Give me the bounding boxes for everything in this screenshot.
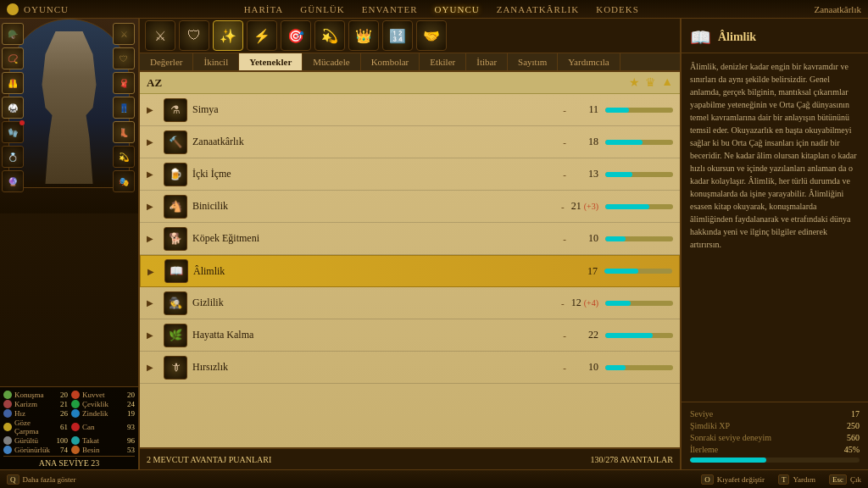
tab-icon-0[interactable]: ⚔	[145, 20, 175, 51]
detail-progress-bar	[690, 458, 860, 463]
eq-slot-legs[interactable]: 👖	[113, 97, 135, 119]
tab-icon-7[interactable]: 🔢	[382, 20, 413, 51]
skill-icon-simya: ⚗	[164, 98, 187, 122]
tab-mucadele[interactable]: Mücadele	[303, 53, 360, 70]
sort-icon-star[interactable]: ★	[629, 75, 640, 90]
skill-expand-hirsizlik: ▶	[147, 363, 159, 372]
key-esc: Esc	[829, 474, 847, 485]
stat-goze-carpma: Göze Çarpma 61	[3, 419, 68, 435]
seviye-label: Seviye	[690, 409, 713, 419]
skill-value-kopek: 10	[573, 232, 598, 245]
skill-bar-fill-icki	[605, 172, 632, 177]
eq-slot-misc2[interactable]: 🎭	[113, 170, 135, 192]
sonraki-value: 560	[847, 433, 860, 442]
nav-envanter[interactable]: ENVANTER	[362, 4, 418, 14]
tab-icon-5[interactable]: 💫	[314, 20, 345, 51]
skill-icon-binicilik: 🐴	[164, 195, 187, 219]
skill-bar-alimlik	[604, 269, 672, 274]
middle-panel: ⚔ 🛡 ✨ ⚡ 🎯 💫 👑 🔢 🤝 Değerler İkincil Yeten…	[140, 19, 682, 469]
karizma-icon	[3, 400, 12, 408]
bottom-action-q: Q Daha fazla göster	[7, 474, 75, 485]
skill-bar-binicilik	[605, 204, 673, 209]
tab-yetenekler[interactable]: Yetenekler	[239, 53, 303, 70]
skill-detail-stats: Seviye 17 Şimdiki XP 250 Sonraki seviye …	[682, 402, 868, 469]
key-q: Q	[7, 474, 19, 485]
hiz-icon	[3, 409, 12, 418]
skill-row-icki[interactable]: ▶ 🍺 İçki İçme - 13	[140, 158, 680, 191]
tab-icon-2[interactable]: ✨	[213, 20, 243, 51]
tab-icon-6[interactable]: 👑	[348, 20, 379, 51]
bottom-action-yardim: T Yardım	[778, 474, 815, 485]
tab-sayitim[interactable]: Sayıtım	[508, 53, 558, 70]
tab-itibar[interactable]: İtibar	[466, 53, 508, 70]
nav-left: Oyuncu	[7, 3, 69, 15]
nav-harita[interactable]: HARİTA	[244, 4, 284, 14]
skill-bar-fill-hirsizlik	[605, 365, 626, 370]
equipment-grid-right: ⚔ 🛡 🧣 👖 👢 💫 🎭	[113, 23, 136, 192]
skill-bar-fill-simya	[605, 108, 629, 113]
skill-row-binicilik[interactable]: ▶ 🐴 Binicilik - 21 (+3)	[140, 191, 680, 223]
tab-ikincil[interactable]: İkincil	[193, 53, 239, 70]
skill-expand-kopek: ▶	[147, 234, 159, 243]
skill-bonus-binicilik: (+3)	[584, 202, 598, 211]
tab-etkiler[interactable]: Etkiler	[420, 53, 466, 70]
action-kiyafet-label: Kıyafet değiştir	[717, 475, 765, 484]
sort-az-label[interactable]: AZ	[147, 76, 162, 90]
skill-row-alimlik[interactable]: ▶ 📖 Âlimlik 17	[140, 255, 680, 287]
skill-list: ▶ ⚗ Simya - 11 ▶ 🔨 Zanaatkârlık - 18	[140, 94, 680, 447]
tab-icon-3[interactable]: ⚡	[247, 20, 277, 51]
nav-gunluk[interactable]: GÜNLÜK	[300, 4, 344, 14]
key-t: T	[778, 474, 790, 485]
skill-row-hayatta[interactable]: ▶ 🌿 Hayatta Kalma - 22	[140, 319, 680, 352]
skill-row-simya[interactable]: ▶ ⚗ Simya - 11	[140, 94, 680, 126]
eq-slot-weapon[interactable]: ⚔	[113, 23, 135, 45]
eq-slot-gloves[interactable]: 🧣	[113, 72, 135, 94]
skill-bar-fill-kopek	[605, 236, 626, 241]
skill-value-alimlik: 17	[572, 265, 598, 278]
tab-icon-8[interactable]: 🤝	[416, 20, 447, 51]
eq-slot-shield[interactable]: 🛡	[113, 47, 135, 69]
skill-row-zanaatkarlik[interactable]: ▶ 🔨 Zanaatkârlık - 18	[140, 126, 680, 158]
skill-name-binicilik: Binicilik	[192, 200, 561, 213]
tab-kombolar[interactable]: Kombolar	[361, 53, 420, 70]
skill-row-hirsizlik[interactable]: ▶ 🗡 Hırsızlık - 10	[140, 352, 680, 384]
sort-icon-crown[interactable]: ♛	[645, 75, 656, 90]
xp-label: Şimdiki XP	[690, 421, 730, 430]
skill-bar-fill-alimlik	[604, 269, 638, 274]
skill-value-hayatta: 22	[573, 329, 598, 341]
character-silhouette	[36, 31, 103, 184]
skill-row-kopek[interactable]: ▶ 🐕 Köpek Eğitmeni - 10	[140, 223, 680, 255]
skill-value-binicilik: 21 (+3)	[571, 200, 598, 213]
eq-slot-ring2[interactable]: 💫	[113, 146, 135, 168]
sort-icon-arrow[interactable]: ▲	[661, 75, 673, 90]
nav-zanaatkarlik[interactable]: ZANAATKÂRLıK	[497, 4, 580, 14]
tab-icon-4[interactable]: 🎯	[281, 20, 311, 51]
skill-bar-fill-hayatta	[605, 333, 653, 338]
action-yardim-label: Yardım	[793, 475, 815, 484]
skill-bar-kopek	[605, 236, 673, 241]
skill-icon-hirsizlik: 🗡	[164, 356, 187, 380]
skill-bar-icki	[605, 172, 673, 177]
action-q-label: Daha fazla göster	[23, 475, 76, 484]
zindelik-icon	[71, 409, 80, 418]
skill-detail-header: 📖 Âlimlik	[682, 19, 868, 53]
skill-bonus-gizlilik: (+4)	[584, 298, 598, 308]
nav-kodeks[interactable]: KODEKS	[596, 4, 639, 14]
skill-row-gizlilik[interactable]: ▶ 🕵 Gizlilik - 12 (+4)	[140, 287, 680, 319]
nav-oyuncu[interactable]: OYUNCU	[435, 4, 480, 14]
skill-expand-gizlilik: ▶	[147, 298, 159, 308]
skill-bar-fill-binicilik	[605, 204, 649, 209]
right-panel: 📖 Âlimlik Âlimlik, denizler kadar engin …	[682, 19, 868, 469]
stat-kuvvet: Kuvvet 20	[71, 391, 135, 399]
stat-zindelik: Zindelik 19	[71, 409, 135, 418]
skill-list-header: AZ ★ ♛ ▲	[140, 72, 680, 94]
detail-progress-fill	[690, 458, 766, 463]
skill-bar-hirsizlik	[605, 365, 673, 370]
skill-icon-alimlik: 📖	[164, 259, 188, 283]
tab-degerler[interactable]: Değerler	[140, 53, 193, 70]
bottom-action-cik[interactable]: Esc Çık	[829, 474, 861, 485]
eq-slot-boots[interactable]: 👢	[113, 121, 135, 143]
tab-yardimci[interactable]: Yardımcıla	[558, 53, 620, 70]
tab-icon-1[interactable]: 🛡	[179, 20, 209, 51]
skill-icon-zanaatkarlik: 🔨	[164, 130, 187, 154]
